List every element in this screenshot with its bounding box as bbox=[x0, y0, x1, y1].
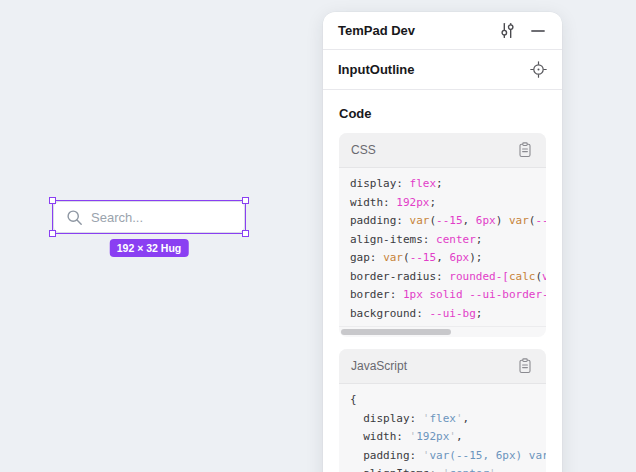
javascript-block-header: JavaScript bbox=[339, 349, 546, 384]
copy-clipboard-icon[interactable] bbox=[516, 141, 534, 159]
selection-handle-bottom-right[interactable] bbox=[242, 230, 249, 237]
javascript-code-text[interactable]: { display: 'flex', width: '192px', paddi… bbox=[339, 384, 546, 472]
minimize-icon[interactable] bbox=[529, 22, 547, 40]
code-section: Code CSS display: flex;width: 192px;padd… bbox=[323, 90, 562, 472]
selection-handle-top-right[interactable] bbox=[242, 197, 249, 204]
css-block-header: CSS bbox=[339, 133, 546, 168]
javascript-block-label: JavaScript bbox=[351, 359, 516, 373]
panel-title: TemPad Dev bbox=[338, 23, 498, 38]
css-code-block: CSS display: flex;width: 192px;padding: … bbox=[339, 133, 546, 337]
css-horizontal-scrollbar[interactable] bbox=[339, 326, 546, 337]
selected-node-name: InputOutline bbox=[338, 62, 529, 77]
selection-handle-bottom-left[interactable] bbox=[49, 230, 56, 237]
selection-handle-top-left[interactable] bbox=[49, 197, 56, 204]
sliders-icon[interactable] bbox=[498, 22, 516, 40]
search-icon bbox=[65, 208, 83, 226]
search-placeholder: Search... bbox=[91, 210, 143, 225]
javascript-code-block: JavaScript { display: 'flex', width: '19… bbox=[339, 349, 546, 472]
search-input[interactable]: Search... bbox=[53, 201, 245, 233]
scrollbar-thumb[interactable] bbox=[341, 329, 451, 335]
selected-node-row: InputOutline bbox=[323, 50, 562, 90]
css-code-text[interactable]: display: flex;width: 192px;padding: var(… bbox=[339, 168, 546, 326]
code-section-title: Code bbox=[339, 106, 546, 121]
css-block-label: CSS bbox=[351, 143, 516, 157]
tempad-dev-panel: TemPad Dev InputOutline bbox=[323, 12, 562, 472]
copy-clipboard-icon[interactable] bbox=[516, 357, 534, 375]
size-badge: 192 × 32 Hug bbox=[110, 239, 189, 257]
panel-header[interactable]: TemPad Dev bbox=[323, 12, 562, 50]
locate-icon[interactable] bbox=[529, 61, 547, 79]
